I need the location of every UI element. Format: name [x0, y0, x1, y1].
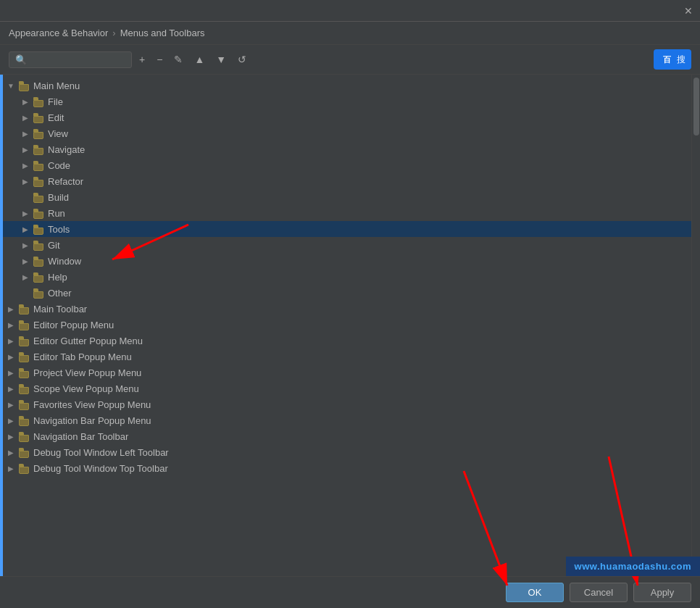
folder-icon-navigation-bar-toolbar	[19, 430, 30, 442]
chevron-favorites-view-popup-menu[interactable]	[6, 399, 16, 409]
label-navigate: Navigate	[48, 144, 686, 155]
reset-button[interactable]: ↺	[233, 51, 251, 67]
folder-icon-scope-view-popup-menu	[19, 383, 30, 394]
label-help: Help	[48, 272, 686, 283]
folder-icon-project-view-popup-menu	[19, 367, 30, 378]
chevron-view[interactable]	[20, 128, 30, 138]
tree-item-window[interactable]: Window	[3, 253, 691, 269]
baidu-button[interactable]: 百 搜	[654, 49, 691, 70]
chevron-editor-popup-menu[interactable]	[6, 320, 16, 330]
tree-item-debug-tool-window-top-toolbar[interactable]: Debug Tool Window Top Toolbar	[3, 460, 691, 476]
label-favorites-view-popup-menu: Favorites View Popup Menu	[33, 399, 686, 410]
tree-item-other[interactable]: Other	[3, 285, 691, 301]
tree-item-navigation-bar-toolbar[interactable]: Navigation Bar Toolbar	[3, 428, 691, 444]
label-refactor: Refactor	[48, 176, 686, 187]
folder-icon-navigate	[33, 143, 45, 155]
chevron-navigation-bar-popup-menu[interactable]	[6, 415, 16, 425]
folder-icon-main-toolbar	[19, 303, 30, 315]
tree-item-run[interactable]: Run	[3, 205, 691, 221]
label-window: Window	[48, 256, 686, 267]
chevron-project-view-popup-menu[interactable]	[6, 367, 16, 378]
label-editor-tab-popup-menu: Editor Tab Popup Menu	[33, 351, 686, 362]
label-other: Other	[48, 288, 686, 299]
baidu-label: 搜	[677, 54, 686, 66]
tree-item-favorites-view-popup-menu[interactable]: Favorites View Popup Menu	[3, 396, 691, 412]
tree-item-debug-tool-window-left-toolbar[interactable]: Debug Tool Window Left Toolbar	[3, 444, 691, 460]
scrollbar[interactable]	[691, 75, 700, 577]
label-view: View	[48, 128, 686, 139]
cancel-button[interactable]: Cancel	[570, 583, 628, 602]
label-navigation-bar-popup-menu: Navigation Bar Popup Menu	[33, 415, 686, 426]
move-down-button[interactable]: ▼	[212, 51, 230, 67]
tree-item-code[interactable]: Code	[3, 157, 691, 173]
tree-item-navigation-bar-popup-menu[interactable]: Navigation Bar Popup Menu	[3, 412, 691, 428]
title-bar: ✕	[0, 0, 700, 22]
close-button[interactable]: ✕	[683, 5, 694, 17]
search-input[interactable]	[9, 51, 132, 68]
tree-item-editor-tab-popup-menu[interactable]: Editor Tab Popup Menu	[3, 349, 691, 365]
chevron-debug-tool-window-top-toolbar[interactable]	[6, 463, 16, 473]
tree-item-help[interactable]: Help	[3, 269, 691, 285]
label-scope-view-popup-menu: Scope View Popup Menu	[33, 383, 686, 394]
tree-panel[interactable]: Main MenuFileEditViewNavigateCodeRefacto…	[3, 75, 691, 577]
chevron-run[interactable]	[20, 208, 30, 218]
label-debug-tool-window-left-toolbar: Debug Tool Window Left Toolbar	[33, 447, 686, 458]
toolbar: + − ✎ ▲ ▼ ↺ 百 搜	[0, 45, 700, 75]
bottom-bar: OK Cancel Apply	[0, 576, 700, 608]
folder-icon-main-menu	[19, 80, 30, 91]
chevron-help[interactable]	[20, 272, 30, 282]
left-accent	[0, 75, 3, 577]
remove-button[interactable]: −	[152, 51, 167, 67]
tree-item-project-view-popup-menu[interactable]: Project View Popup Menu	[3, 365, 691, 380]
folder-icon-favorites-view-popup-menu	[19, 399, 30, 410]
chevron-navigate[interactable]	[20, 144, 30, 154]
folder-icon-edit	[33, 112, 45, 123]
add-button[interactable]: +	[135, 51, 149, 67]
tree-item-git[interactable]: Git	[3, 237, 691, 253]
chevron-main-toolbar[interactable]	[6, 304, 16, 314]
edit-button[interactable]: ✎	[170, 51, 187, 67]
tree-item-navigate[interactable]: Navigate	[3, 141, 691, 157]
breadcrumb-separator: ›	[112, 28, 115, 38]
chevron-code[interactable]	[20, 160, 30, 170]
folder-icon-debug-tool-window-left-toolbar	[19, 446, 30, 458]
folder-icon-editor-tab-popup-menu	[19, 351, 30, 362]
tree-item-edit[interactable]: Edit	[3, 109, 691, 125]
chevron-window[interactable]	[20, 256, 30, 266]
folder-icon-git	[33, 239, 45, 251]
chevron-editor-tab-popup-menu[interactable]	[6, 351, 16, 362]
label-project-view-popup-menu: Project View Popup Menu	[33, 367, 686, 378]
folder-icon-help	[33, 271, 45, 283]
chevron-main-menu[interactable]	[6, 80, 16, 91]
tree-item-refactor[interactable]: Refactor	[3, 173, 691, 189]
ok-button[interactable]: OK	[506, 583, 564, 602]
tree-item-file[interactable]: File	[3, 93, 691, 109]
tree-item-editor-gutter-popup-menu[interactable]: Editor Gutter Popup Menu	[3, 333, 691, 349]
chevron-debug-tool-window-left-toolbar[interactable]	[6, 447, 16, 457]
chevron-scope-view-popup-menu[interactable]	[6, 383, 16, 393]
chevron-editor-gutter-popup-menu[interactable]	[6, 336, 16, 346]
tree-item-build[interactable]: Build	[3, 189, 691, 205]
label-build: Build	[48, 192, 686, 203]
chevron-file[interactable]	[20, 96, 30, 107]
tree-item-main-menu[interactable]: Main Menu	[3, 78, 691, 93]
folder-icon-editor-popup-menu	[19, 319, 30, 330]
apply-button[interactable]: Apply	[633, 583, 691, 602]
chevron-git[interactable]	[20, 240, 30, 250]
tree-item-view[interactable]: View	[3, 125, 691, 141]
tree-item-main-toolbar[interactable]: Main Toolbar	[3, 301, 691, 317]
watermark: www.huamaodashu.com	[566, 557, 700, 576]
chevron-edit[interactable]	[20, 112, 30, 122]
label-main-toolbar: Main Toolbar	[33, 304, 686, 315]
move-up-button[interactable]: ▲	[190, 51, 209, 67]
chevron-refactor[interactable]	[20, 176, 30, 186]
label-debug-tool-window-top-toolbar: Debug Tool Window Top Toolbar	[33, 463, 686, 474]
breadcrumb-parent[interactable]: Appearance & Behavior	[9, 28, 108, 38]
chevron-navigation-bar-toolbar[interactable]	[6, 431, 16, 441]
chevron-tools[interactable]	[20, 224, 30, 234]
label-navigation-bar-toolbar: Navigation Bar Toolbar	[33, 431, 686, 442]
tree-item-tools[interactable]: Tools	[3, 221, 691, 237]
tree-item-scope-view-popup-menu[interactable]: Scope View Popup Menu	[3, 380, 691, 396]
tree-item-editor-popup-menu[interactable]: Editor Popup Menu	[3, 317, 691, 333]
baidu-icon: 百	[659, 52, 674, 67]
